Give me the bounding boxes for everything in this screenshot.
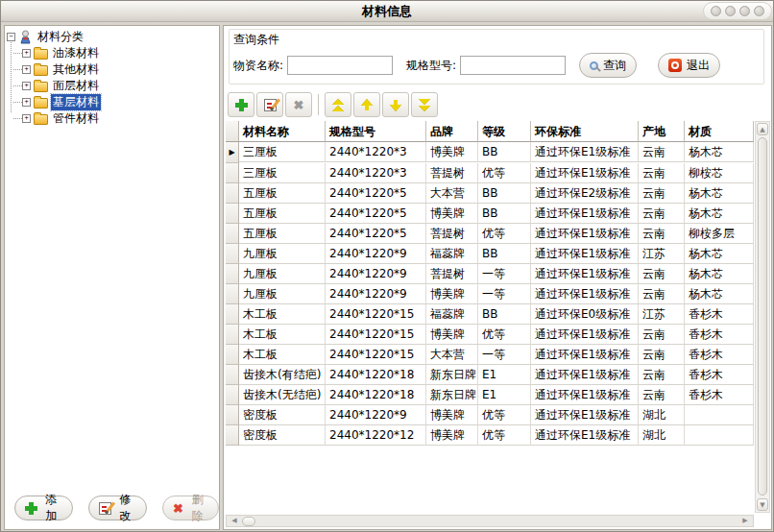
cell[interactable]: 通过环保E2级标准: [531, 183, 639, 204]
cell[interactable]: 一等: [478, 284, 531, 304]
column-header-5[interactable]: 环保标准: [531, 121, 639, 142]
cell[interactable]: BB: [478, 204, 531, 224]
cell[interactable]: 大本营: [426, 183, 478, 204]
cell[interactable]: 香杉木: [685, 365, 754, 385]
cell[interactable]: 九厘板: [239, 264, 326, 284]
move-down-button[interactable]: [382, 92, 409, 117]
row-selector[interactable]: [226, 345, 239, 365]
tree-root-label[interactable]: 材料分类: [36, 29, 85, 45]
cell[interactable]: 云南: [639, 365, 685, 385]
cell[interactable]: 湖北: [639, 405, 685, 425]
cell[interactable]: 柳桉芯: [685, 163, 754, 183]
cell[interactable]: 香杉木: [685, 304, 754, 325]
cell[interactable]: 木工板: [239, 304, 326, 325]
row-selector[interactable]: [226, 244, 239, 264]
cell[interactable]: [685, 425, 754, 446]
cell[interactable]: 菩提树: [426, 163, 478, 183]
cell[interactable]: BB: [478, 183, 531, 204]
row-selector[interactable]: [226, 325, 239, 345]
cell[interactable]: 福蕊牌: [426, 304, 478, 325]
cell[interactable]: BB: [478, 304, 531, 325]
table-row[interactable]: 九厘板2440*1220*9博美牌一等通过环保E1级标准云南杨木芯: [226, 284, 754, 304]
cell[interactable]: 云南: [639, 224, 685, 244]
cell[interactable]: 通过环保E1级标准: [531, 284, 639, 304]
cell[interactable]: 优等: [478, 163, 531, 183]
cell[interactable]: 福蕊牌: [426, 244, 478, 264]
table-row[interactable]: 木工板2440*1220*15福蕊牌BB通过环保E0级标准江苏香杉木: [226, 304, 754, 325]
cell[interactable]: 通过环保E1级标准: [531, 425, 639, 446]
cell[interactable]: 云南: [639, 163, 685, 183]
cell[interactable]: 通过环保E1级标准: [531, 345, 639, 365]
row-selector[interactable]: [226, 224, 239, 244]
cell[interactable]: 2440*1220*9: [326, 284, 426, 304]
cell[interactable]: 优等: [478, 425, 531, 446]
cell[interactable]: BB: [478, 142, 531, 162]
table-row[interactable]: 密度板2440*1220*9博美牌优等通过环保E1级标准湖北: [226, 405, 754, 425]
cell[interactable]: 博美牌: [426, 284, 478, 304]
cell[interactable]: 云南: [639, 142, 685, 162]
cell[interactable]: 2440*1220*15: [326, 325, 426, 345]
cell[interactable]: E1: [478, 385, 531, 405]
table-row[interactable]: 三厘板2440*1220*3菩提树优等通过环保E1级标准云南柳桉芯: [226, 163, 754, 183]
cell[interactable]: 博美牌: [426, 325, 478, 345]
exit-button[interactable]: 退出: [658, 53, 720, 78]
cell[interactable]: 云南: [639, 183, 685, 204]
move-bottom-button[interactable]: [411, 92, 438, 117]
toolbar-add-button[interactable]: [228, 92, 254, 117]
material-name-input[interactable]: [287, 56, 393, 75]
cell[interactable]: 木工板: [239, 345, 326, 365]
row-selector[interactable]: [226, 365, 239, 385]
cell[interactable]: 博美牌: [426, 425, 478, 446]
cell[interactable]: 通过环保E1级标准: [531, 365, 639, 385]
table-row[interactable]: 五厘板2440*1220*5大本营BB通过环保E2级标准云南杨木芯: [226, 183, 754, 204]
row-selector[interactable]: [226, 385, 239, 405]
cell[interactable]: 新东日牌: [426, 365, 478, 385]
cell[interactable]: 2440*1220*3: [326, 142, 426, 162]
cell[interactable]: 云南: [639, 345, 685, 365]
cell[interactable]: 菩提树: [426, 224, 478, 244]
tree-item-label[interactable]: 油漆材料: [51, 45, 101, 61]
column-header-1[interactable]: 材料名称: [239, 121, 326, 142]
modify-button[interactable]: 修改: [88, 496, 147, 520]
row-selector[interactable]: [226, 204, 239, 224]
cell[interactable]: 三厘板: [239, 163, 326, 183]
delete-button[interactable]: ✖ 删除: [162, 496, 219, 520]
move-top-button[interactable]: [325, 92, 351, 117]
table-row[interactable]: 密度板2440*1220*12博美牌优等通过环保E1级标准湖北: [226, 425, 754, 446]
row-selector[interactable]: [226, 183, 239, 204]
vertical-scrollbar[interactable]: ▲ ▼: [755, 121, 770, 513]
row-selector[interactable]: [226, 264, 239, 284]
table-row[interactable]: 五厘板2440*1220*5博美牌BB通过环保E1级标准云南杨木芯: [226, 204, 754, 224]
cell[interactable]: 菩提树: [426, 264, 478, 284]
cell[interactable]: BB: [478, 244, 531, 264]
cell[interactable]: 博美牌: [426, 204, 478, 224]
expand-icon[interactable]: +: [22, 65, 31, 74]
scroll-right-arrow-icon[interactable]: ▶: [738, 516, 752, 526]
cell[interactable]: 2440*1220*5: [326, 204, 426, 224]
row-selector[interactable]: ▶: [226, 142, 239, 163]
column-header-2[interactable]: 规格型号: [326, 121, 426, 142]
cell[interactable]: 江苏: [639, 304, 685, 325]
cell[interactable]: 密度板: [239, 425, 326, 446]
cell[interactable]: 优等: [478, 325, 531, 345]
table-row[interactable]: 木工板2440*1220*15大本营一等通过环保E1级标准云南香杉木: [226, 345, 754, 365]
window-control-button[interactable]: [711, 6, 721, 16]
cell[interactable]: 2440*1220*12: [326, 425, 426, 446]
cell[interactable]: 五厘板: [239, 204, 326, 224]
window-control-button[interactable]: [754, 6, 764, 16]
cell[interactable]: 杨木芯: [685, 142, 754, 162]
cell[interactable]: 2440*1220*9: [326, 405, 426, 425]
cell[interactable]: 通过环保E0级标准: [531, 304, 639, 325]
cell[interactable]: 密度板: [239, 405, 326, 425]
cell[interactable]: 通过环保E1级标准: [531, 385, 639, 405]
spec-input[interactable]: [460, 56, 566, 75]
cell[interactable]: 通过环保E1级标准: [531, 244, 639, 264]
column-header-4[interactable]: 等级: [478, 121, 531, 142]
cell[interactable]: 2440*1220*3: [326, 163, 426, 183]
cell[interactable]: 云南: [639, 204, 685, 224]
tree-item-label[interactable]: 管件材料: [51, 110, 101, 127]
tree-item-label[interactable]: 基层材料: [51, 94, 101, 110]
cell[interactable]: 通过环保E1级标准: [531, 264, 639, 284]
cell[interactable]: 通过环保E1级标准: [531, 224, 639, 244]
cell[interactable]: 香杉木: [685, 345, 754, 365]
